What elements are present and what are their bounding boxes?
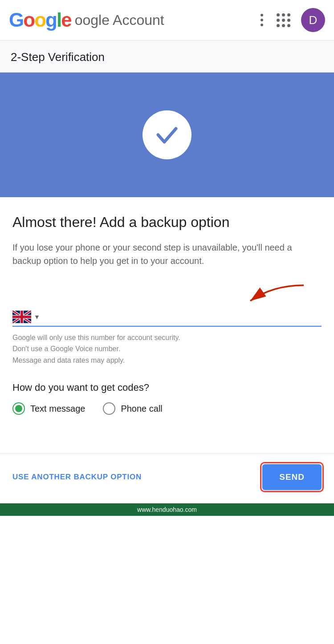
arrow-annotation: [12, 281, 322, 308]
helper-line-1: Google will only use this number for acc…: [12, 332, 322, 344]
use-another-backup-button[interactable]: USE ANOTHER BACKUP OPTION: [12, 473, 142, 482]
bottom-bar: USE ANOTHER BACKUP OPTION SEND: [0, 453, 334, 503]
dropdown-arrow-icon: ▼: [34, 313, 40, 320]
text-message-label: Text message: [30, 404, 85, 414]
sub-header: 2-Step Verification: [0, 41, 334, 73]
arrow-icon: [237, 281, 308, 308]
account-label: oogle Account: [75, 12, 164, 28]
main-title: Almost there! Add a backup option: [12, 213, 322, 232]
main-content: Almost there! Add a backup option If you…: [0, 197, 334, 444]
google-g-letter: Google: [9, 10, 71, 30]
text-message-option[interactable]: Text message: [12, 402, 85, 415]
codes-section: How do you want to get codes? Text messa…: [12, 382, 322, 415]
more-options-icon[interactable]: [258, 11, 266, 29]
header-icons: D: [258, 8, 325, 32]
helper-line-2: Don't use a Google Voice number.: [12, 343, 322, 355]
phone-call-radio[interactable]: [103, 402, 115, 415]
apps-icon[interactable]: [274, 11, 293, 30]
send-button[interactable]: SEND: [262, 464, 322, 490]
radio-selected-dot: [15, 405, 22, 412]
success-banner: [0, 73, 334, 197]
svg-rect-9: [12, 316, 31, 318]
text-message-radio[interactable]: [12, 402, 25, 415]
page-title: 2-Step Verification: [11, 50, 323, 64]
codes-title: How do you want to get codes?: [12, 382, 322, 393]
delivery-method-group: Text message Phone call: [12, 402, 322, 415]
phone-input-row[interactable]: ▼: [12, 310, 322, 327]
google-logo: Google oogle Account: [9, 10, 164, 30]
uk-flag-icon: [12, 311, 31, 323]
app-header: Google oogle Account D: [0, 0, 334, 41]
watermark: www.henduohao.com: [0, 503, 334, 516]
helper-text: Google will only use this number for acc…: [12, 332, 322, 366]
country-selector[interactable]: ▼: [12, 311, 40, 323]
helper-line-3: Message and data rates may apply.: [12, 355, 322, 366]
main-description: If you lose your phone or your second st…: [12, 241, 322, 267]
phone-number-input[interactable]: [45, 310, 322, 324]
checkmark-icon: [154, 122, 180, 148]
send-button-wrapper: SEND: [262, 464, 322, 490]
avatar[interactable]: D: [301, 8, 325, 32]
phone-call-option[interactable]: Phone call: [103, 402, 162, 415]
phone-call-label: Phone call: [121, 404, 162, 414]
check-circle: [143, 110, 191, 159]
